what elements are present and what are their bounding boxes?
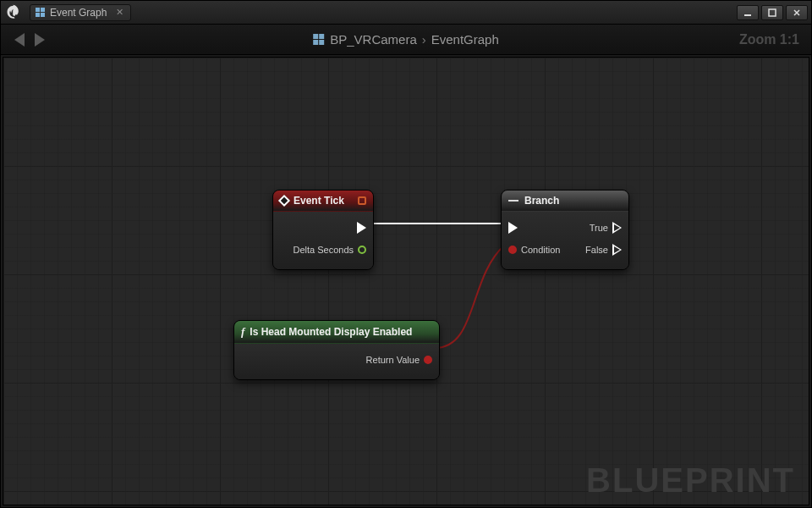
watermark: BLUEPRINT: [586, 461, 795, 500]
node-branch[interactable]: Branch True Condition False: [501, 190, 629, 270]
svg-rect-0: [744, 14, 751, 16]
close-icon[interactable]: ✕: [116, 7, 123, 18]
zoom-indicator: Zoom 1:1: [739, 32, 799, 47]
function-icon: f: [241, 325, 244, 339]
event-icon: [278, 195, 290, 207]
tab-label: Event Graph: [50, 7, 107, 19]
tab-event-graph[interactable]: Event Graph ✕: [30, 4, 131, 21]
false-pin[interactable]: False: [585, 244, 622, 256]
true-pin[interactable]: True: [590, 222, 622, 234]
branch-icon: [508, 196, 519, 206]
node-body: Return Value: [234, 344, 439, 379]
node-event-tick[interactable]: Event Tick Delta Seconds: [272, 190, 374, 270]
node-header: f Is Head Mounted Display Enabled: [234, 321, 439, 344]
breadcrumb: BP_VRCamera › EventGraph: [313, 32, 499, 47]
exec-output-pin[interactable]: [357, 222, 366, 234]
svg-rect-1: [769, 9, 776, 16]
nav-back-button[interactable]: [14, 33, 25, 47]
blueprint-icon: [313, 34, 325, 46]
minimize-button[interactable]: [737, 5, 759, 20]
node-hmd-enabled[interactable]: f Is Head Mounted Display Enabled Return…: [233, 320, 440, 380]
node-badge-icon: [358, 196, 366, 205]
node-title: Is Head Mounted Display Enabled: [250, 326, 412, 338]
node-header: Event Tick: [273, 190, 373, 212]
breadcrumb-bar: BP_VRCamera › EventGraph Zoom 1:1: [1, 25, 811, 55]
breadcrumb-graph[interactable]: EventGraph: [431, 32, 499, 47]
titlebar: Event Graph ✕: [1, 1, 811, 25]
return-value-pin[interactable]: Return Value: [366, 355, 432, 365]
condition-pin[interactable]: Condition: [508, 245, 560, 255]
graph-canvas[interactable]: Event Tick Delta Seconds Branch: [3, 57, 809, 505]
node-title: Event Tick: [294, 195, 344, 207]
node-body: Delta Seconds: [273, 212, 373, 269]
breadcrumb-blueprint[interactable]: BP_VRCamera: [330, 32, 417, 47]
graph-icon: [36, 8, 46, 18]
node-body: True Condition False: [502, 212, 628, 269]
exec-input-pin[interactable]: [508, 222, 518, 234]
node-title: Branch: [524, 195, 559, 207]
node-header: Branch: [502, 190, 628, 212]
close-button[interactable]: [786, 5, 808, 20]
delta-seconds-pin[interactable]: Delta Seconds: [293, 245, 366, 255]
unreal-logo-icon: [4, 3, 23, 22]
maximize-button[interactable]: [761, 5, 783, 20]
nav-forward-button[interactable]: [35, 33, 45, 47]
wires: [3, 58, 809, 505]
chevron-right-icon: ›: [422, 32, 426, 47]
